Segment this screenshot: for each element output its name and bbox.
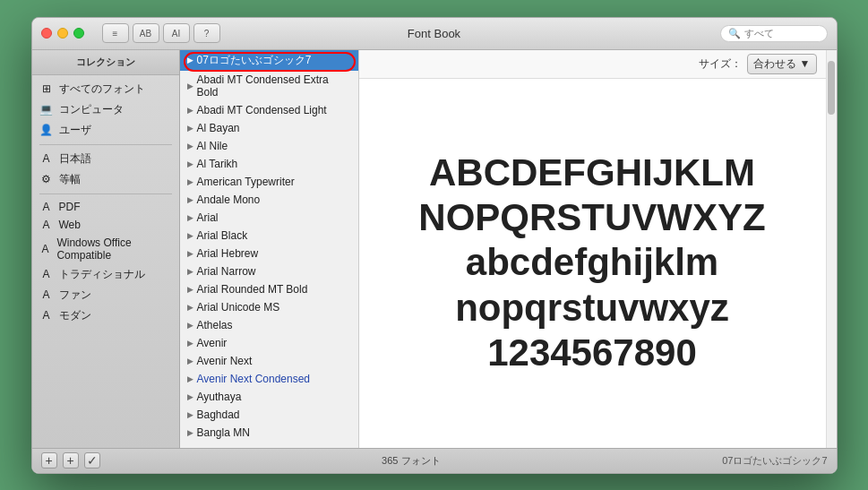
- font-item-07logo[interactable]: ▶ 07ロゴたいぶゴシック7: [180, 50, 358, 71]
- monospace-icon: ⚙: [39, 173, 54, 185]
- sidebar-item-all-fonts[interactable]: ⊞ すべてのフォント: [32, 79, 179, 99]
- expand-arrow-al-bayan: ▶: [187, 124, 193, 133]
- sidebar-item-computer[interactable]: 💻 コンピュータ: [32, 99, 179, 120]
- font-item-avenir-next-cond[interactable]: ▶ Avenir Next Condensed: [180, 370, 358, 388]
- expand-arrow-abadi-light: ▶: [187, 106, 193, 115]
- font-label-arial-rounded: Arial Rounded MT Bold: [197, 283, 308, 296]
- expand-arrow-baghdad: ▶: [187, 410, 193, 419]
- font-label-arial-hebrew: Arial Hebrew: [197, 247, 259, 260]
- sidebar-item-monospace[interactable]: ⚙ 等幅: [32, 169, 179, 190]
- font-item-abadi-extra[interactable]: ▶ Abadi MT Condensed Extra Bold: [180, 71, 358, 101]
- sidebar-item-web[interactable]: A Web: [32, 216, 179, 234]
- font-item-baghdad[interactable]: ▶ Baghdad: [180, 406, 358, 424]
- japanese-icon: A: [39, 152, 54, 165]
- sidebar-label-monospace: 等幅: [59, 172, 81, 187]
- font-item-arial-narrow[interactable]: ▶ Arial Narrow: [180, 262, 358, 280]
- font-item-arial[interactable]: ▶ Arial: [180, 209, 358, 227]
- expand-arrow-arial-unicode: ▶: [187, 303, 193, 312]
- preview-line-3: abcdefghijklm: [418, 240, 765, 285]
- add-collection-button[interactable]: +: [63, 452, 79, 469]
- font-list: 新たに追加された。 ↙ ▶ 07ロゴたいぶゴシック7 ▶ Abadi MT Co…: [180, 50, 358, 448]
- font-label-abadi-light: Abadi MT Condensed Light: [197, 104, 327, 116]
- sidebar-item-japanese[interactable]: A 日本語: [32, 149, 179, 169]
- font-label-baghdad: Baghdad: [197, 408, 240, 421]
- font-item-arial-rounded[interactable]: ▶ Arial Rounded MT Bold: [180, 280, 358, 298]
- sidebar: コレクション ⊞ すべてのフォント 💻 コンピュータ 👤 ユーザ A 日本語: [32, 50, 180, 448]
- sidebar-item-windows[interactable]: A Windows Office Compatible: [32, 234, 179, 264]
- sidebar-label-web: Web: [59, 219, 81, 231]
- help-button[interactable]: ?: [193, 23, 220, 43]
- preview-content: ABCDEFGHIJKLM NOPQRSTUVWXYZ abcdefghijkl…: [359, 79, 826, 448]
- traffic-lights: [41, 28, 84, 39]
- font-item-al-bayan[interactable]: ▶ Al Bayan: [180, 119, 358, 137]
- traditional-icon: A: [39, 268, 54, 280]
- font-label-andale-mono: Andale Mono: [197, 193, 261, 206]
- sidebar-item-fun[interactable]: A ファン: [32, 285, 179, 305]
- maximize-button[interactable]: [73, 28, 84, 39]
- font-item-arial-hebrew[interactable]: ▶ Arial Hebrew: [180, 245, 358, 262]
- font-item-abadi-light[interactable]: ▶ Abadi MT Condensed Light: [180, 101, 358, 119]
- expand-arrow-abadi-extra: ▶: [187, 82, 193, 90]
- scrollbar[interactable]: [826, 50, 837, 448]
- expand-arrow-avenir: ▶: [187, 339, 193, 348]
- divider-2: [39, 193, 172, 194]
- font-label-avenir-next: Avenir Next: [197, 355, 253, 367]
- font-item-bangla-mn[interactable]: ▶ Bangla MN: [180, 424, 358, 442]
- statusbar: + + ✓ 365 フォント 07ロゴたいぶゴシック7: [32, 448, 837, 473]
- size-selector[interactable]: 合わせる ▼: [747, 54, 817, 74]
- check-button[interactable]: ✓: [84, 452, 100, 469]
- font-label-arial: Arial: [197, 211, 219, 224]
- sidebar-label-traditional: トラディショナル: [59, 267, 145, 282]
- sidebar-label-japanese: 日本語: [59, 151, 91, 167]
- search-box[interactable]: 🔍: [720, 25, 828, 42]
- windows-icon: A: [39, 243, 52, 255]
- computer-icon: 💻: [39, 103, 54, 116]
- font-item-al-nile[interactable]: ▶ Al Nile: [180, 137, 358, 155]
- expand-arrow-avenir-next: ▶: [187, 357, 193, 365]
- sidebar-item-modern[interactable]: A モダン: [32, 305, 179, 326]
- font-item-athelas[interactable]: ▶ Athelas: [180, 316, 358, 334]
- font-item-ayuthaya[interactable]: ▶ Ayuthaya: [180, 388, 358, 406]
- minimize-button[interactable]: [57, 28, 68, 39]
- preview-line-2: NOPQRSTUVWXYZ: [418, 195, 765, 240]
- sidebar-item-pdf[interactable]: A PDF: [32, 198, 179, 216]
- font-item-american-typewriter[interactable]: ▶ American Typewriter: [180, 173, 358, 191]
- font-item-avenir[interactable]: ▶ Avenir: [180, 334, 358, 352]
- fun-icon: A: [39, 288, 54, 301]
- font-label-ayuthaya: Ayuthaya: [197, 391, 242, 403]
- font-item-avenir-next[interactable]: ▶ Avenir Next: [180, 352, 358, 370]
- content-area: コレクション ⊞ すべてのフォント 💻 コンピュータ 👤 ユーザ A 日本語: [32, 50, 837, 448]
- search-input[interactable]: [744, 28, 816, 39]
- sidebar-item-user[interactable]: 👤 ユーザ: [32, 120, 179, 141]
- expand-arrow-arial: ▶: [187, 213, 193, 222]
- expand-arrow-arial-hebrew: ▶: [187, 249, 193, 258]
- modern-icon: A: [39, 309, 54, 322]
- ab-button[interactable]: AB: [133, 23, 159, 43]
- expand-arrow-al-tarikh: ▶: [187, 159, 193, 168]
- expand-arrow-athelas: ▶: [187, 321, 193, 330]
- font-item-al-tarikh[interactable]: ▶ Al Tarikh: [180, 155, 358, 173]
- font-label-arial-unicode: Arial Unicode MS: [197, 301, 280, 314]
- font-item-arial-black[interactable]: ▶ Arial Black: [180, 227, 358, 245]
- expand-arrow-bangla-mn: ▶: [187, 428, 193, 437]
- font-label-al-tarikh: Al Tarikh: [197, 158, 238, 170]
- list-view-button[interactable]: ≡: [102, 23, 129, 43]
- ai-button[interactable]: AI: [163, 23, 190, 43]
- preview-line-4: nopqrstuvwxyz: [418, 286, 765, 331]
- font-item-arial-unicode[interactable]: ▶ Arial Unicode MS: [180, 298, 358, 316]
- expand-arrow-andale-mono: ▶: [187, 195, 193, 204]
- font-item-andale-mono[interactable]: ▶ Andale Mono: [180, 191, 358, 209]
- font-label-07logo: 07ロゴたいぶゴシック7: [197, 53, 312, 68]
- scrollbar-thumb[interactable]: [828, 61, 835, 115]
- preview-line-1: ABCDEFGHIJKLM: [418, 150, 765, 195]
- close-button[interactable]: [41, 28, 52, 39]
- font-label-al-bayan: Al Bayan: [197, 122, 240, 134]
- size-label: サイズ：: [699, 56, 742, 72]
- add-font-button[interactable]: +: [41, 452, 57, 469]
- titlebar: ≡ AB AI ? Font Book 🔍: [32, 18, 837, 50]
- sidebar-item-traditional[interactable]: A トラディショナル: [32, 264, 179, 285]
- expand-arrow-avenir-next-cond: ▶: [187, 374, 193, 383]
- font-list-panel: 新たに追加された。 ↙ ▶ 07ロゴたいぶゴシック7 ▶ Abadi MT Co…: [180, 50, 359, 448]
- size-value: 合わせる: [753, 56, 796, 72]
- expand-arrow-al-nile: ▶: [187, 142, 193, 150]
